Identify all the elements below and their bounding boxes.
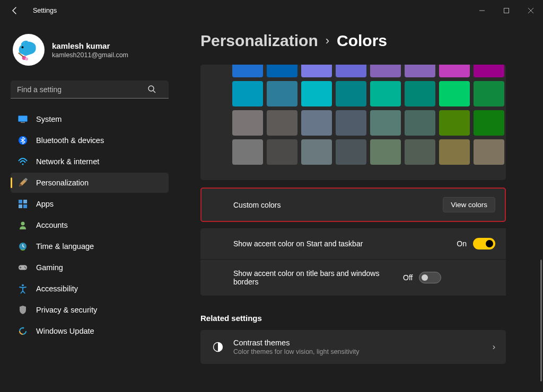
- accent-start-toggle[interactable]: [473, 238, 495, 250]
- color-swatch[interactable]: [370, 65, 401, 77]
- sidebar-item-label: System: [36, 115, 62, 123]
- color-swatch[interactable]: [301, 65, 332, 77]
- color-swatch[interactable]: [439, 139, 470, 165]
- contrast-themes-card[interactable]: Contrast themes Color themes for low vis…: [200, 330, 506, 364]
- svg-point-17: [24, 266, 25, 268]
- color-swatch[interactable]: [405, 81, 435, 106]
- app-title: Settings: [33, 7, 57, 14]
- sidebar-item-label: Time & language: [36, 242, 94, 251]
- sidebar-item-label: Apps: [36, 200, 54, 208]
- color-swatch[interactable]: [232, 81, 263, 106]
- sidebar-item-accounts[interactable]: Accounts: [11, 215, 169, 235]
- sidebar-item-label: Accounts: [36, 221, 68, 229]
- color-swatch[interactable]: [336, 65, 366, 77]
- color-swatch[interactable]: [405, 110, 435, 136]
- view-colors-button[interactable]: View colors: [443, 197, 495, 212]
- color-swatch[interactable]: [439, 81, 470, 106]
- sidebar-item-network[interactable]: Network & internet: [11, 152, 169, 172]
- color-swatch[interactable]: [474, 110, 504, 136]
- user-name: kamlesh kumar: [52, 41, 128, 50]
- update-icon: [18, 326, 28, 336]
- apps-icon: [18, 199, 28, 209]
- color-swatch[interactable]: [232, 139, 263, 165]
- color-swatch[interactable]: [301, 139, 332, 165]
- accent-color-panel: [200, 65, 506, 180]
- accent-start-state: On: [457, 239, 467, 248]
- color-swatch[interactable]: [232, 110, 263, 136]
- color-swatch[interactable]: [405, 65, 435, 77]
- sidebar-item-access[interactable]: Accessibility: [11, 279, 169, 299]
- sidebar-item-bluetooth[interactable]: Bluetooth & devices: [11, 130, 169, 150]
- color-swatch[interactable]: [336, 81, 366, 106]
- svg-point-1: [22, 46, 24, 48]
- sidebar-item-privacy[interactable]: Privacy & security: [11, 300, 169, 320]
- bluetooth-icon: [18, 136, 28, 145]
- chevron-right-icon: ›: [493, 342, 495, 352]
- color-swatch[interactable]: [336, 110, 366, 136]
- related-settings-heading: Related settings: [200, 314, 531, 323]
- nav-list: SystemBluetooth & devicesNetwork & inter…: [11, 109, 169, 341]
- svg-point-19: [22, 284, 24, 287]
- svg-rect-6: [21, 122, 25, 123]
- svg-rect-5: [19, 116, 28, 122]
- search-input[interactable]: [11, 81, 169, 99]
- breadcrumb-parent[interactable]: Personalization: [200, 32, 318, 50]
- gaming-icon: [18, 263, 28, 272]
- color-swatch[interactable]: [370, 139, 401, 165]
- personalize-icon: [18, 178, 28, 188]
- sidebar: kamlesh kumar kamlesh2011@gmail.com Syst…: [0, 21, 175, 392]
- sidebar-item-personalize[interactable]: Personalization: [11, 173, 169, 193]
- color-swatch[interactable]: [439, 65, 470, 77]
- color-swatch[interactable]: [267, 110, 297, 136]
- chevron-right-icon: ›: [326, 34, 329, 48]
- window-maximize-button[interactable]: [494, 0, 519, 21]
- sidebar-item-label: Windows Update: [36, 327, 94, 335]
- color-swatch[interactable]: [301, 110, 332, 136]
- color-swatch[interactable]: [267, 65, 297, 77]
- sidebar-item-system[interactable]: System: [11, 109, 169, 129]
- color-swatch[interactable]: [370, 110, 401, 136]
- svg-rect-12: [19, 204, 22, 208]
- sidebar-item-time[interactable]: Time & language: [11, 236, 169, 256]
- color-swatch[interactable]: [232, 65, 263, 77]
- color-swatch[interactable]: [336, 139, 366, 165]
- sidebar-item-apps[interactable]: Apps: [11, 194, 169, 214]
- color-swatch[interactable]: [474, 81, 504, 106]
- color-grid: [232, 65, 506, 165]
- svg-rect-13: [23, 204, 27, 208]
- color-swatch[interactable]: [474, 65, 504, 77]
- sidebar-item-gaming[interactable]: Gaming: [11, 257, 169, 278]
- color-swatch[interactable]: [405, 139, 435, 165]
- window-minimize-button[interactable]: [470, 0, 494, 21]
- avatar: [13, 34, 45, 66]
- scrollbar[interactable]: [539, 21, 542, 392]
- network-icon: [18, 157, 28, 166]
- color-swatch[interactable]: [439, 110, 470, 136]
- sidebar-item-label: Privacy & security: [36, 306, 97, 314]
- accent-start-label: Show accent color on Start and taskbar: [233, 239, 457, 248]
- color-swatch[interactable]: [267, 81, 297, 106]
- svg-point-18: [25, 268, 26, 269]
- svg-rect-11: [23, 200, 27, 203]
- custom-colors-row: Custom colors View colors: [200, 188, 506, 222]
- color-swatch[interactable]: [267, 139, 297, 165]
- sidebar-item-label: Network & internet: [36, 157, 99, 166]
- user-card[interactable]: kamlesh kumar kamlesh2011@gmail.com: [11, 34, 169, 76]
- access-icon: [18, 284, 28, 293]
- svg-point-4: [148, 86, 154, 91]
- titlebar: Settings: [0, 0, 543, 21]
- sidebar-item-update[interactable]: Windows Update: [11, 321, 169, 341]
- color-swatch[interactable]: [370, 81, 401, 106]
- back-button[interactable]: [10, 5, 20, 16]
- svg-point-14: [21, 222, 25, 226]
- color-swatch[interactable]: [474, 139, 504, 165]
- sidebar-item-label: Accessibility: [36, 284, 78, 293]
- accent-title-toggle[interactable]: [419, 272, 441, 283]
- breadcrumb-current: Colors: [337, 32, 387, 50]
- scrollbar-thumb[interactable]: [540, 260, 542, 381]
- privacy-icon: [18, 305, 28, 315]
- accent-title-row: Show accent color on title bars and wind…: [200, 259, 506, 296]
- user-email: kamlesh2011@gmail.com: [52, 51, 128, 59]
- window-close-button[interactable]: [519, 0, 543, 21]
- color-swatch[interactable]: [301, 81, 332, 106]
